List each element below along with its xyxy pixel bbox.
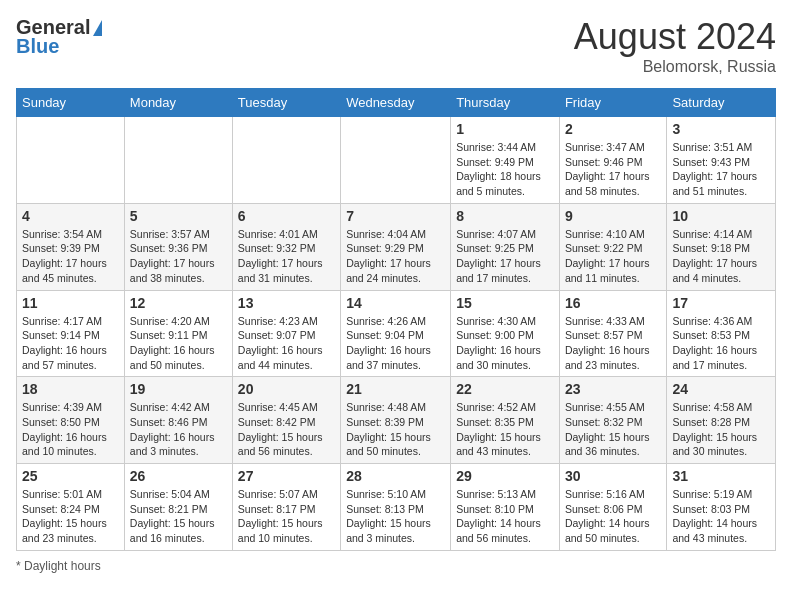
calendar-day-cell [124, 117, 232, 204]
day-number: 3 [672, 121, 770, 137]
day-info: Sunrise: 4:20 AMSunset: 9:11 PMDaylight:… [130, 315, 215, 371]
day-info: Sunrise: 4:10 AMSunset: 9:22 PMDaylight:… [565, 228, 650, 284]
calendar-day-cell: 4 Sunrise: 3:54 AMSunset: 9:39 PMDayligh… [17, 203, 125, 290]
day-number: 5 [130, 208, 227, 224]
calendar-day-header: Wednesday [341, 89, 451, 117]
day-info: Sunrise: 4:45 AMSunset: 8:42 PMDaylight:… [238, 401, 323, 457]
day-info: Sunrise: 5:10 AMSunset: 8:13 PMDaylight:… [346, 488, 431, 544]
calendar-day-cell: 1 Sunrise: 3:44 AMSunset: 9:49 PMDayligh… [451, 117, 560, 204]
day-number: 16 [565, 295, 662, 311]
day-number: 1 [456, 121, 554, 137]
day-number: 19 [130, 381, 227, 397]
calendar-day-cell: 23 Sunrise: 4:55 AMSunset: 8:32 PMDaylig… [559, 377, 667, 464]
calendar-week-row: 18 Sunrise: 4:39 AMSunset: 8:50 PMDaylig… [17, 377, 776, 464]
calendar-day-header: Monday [124, 89, 232, 117]
day-number: 17 [672, 295, 770, 311]
day-info: Sunrise: 5:16 AMSunset: 8:06 PMDaylight:… [565, 488, 650, 544]
calendar-day-cell: 20 Sunrise: 4:45 AMSunset: 8:42 PMDaylig… [232, 377, 340, 464]
calendar-day-cell: 21 Sunrise: 4:48 AMSunset: 8:39 PMDaylig… [341, 377, 451, 464]
day-number: 11 [22, 295, 119, 311]
day-info: Sunrise: 3:57 AMSunset: 9:36 PMDaylight:… [130, 228, 215, 284]
calendar-day-cell: 25 Sunrise: 5:01 AMSunset: 8:24 PMDaylig… [17, 464, 125, 551]
month-title: August 2024 [574, 16, 776, 58]
calendar-week-row: 11 Sunrise: 4:17 AMSunset: 9:14 PMDaylig… [17, 290, 776, 377]
day-number: 26 [130, 468, 227, 484]
calendar-day-cell: 18 Sunrise: 4:39 AMSunset: 8:50 PMDaylig… [17, 377, 125, 464]
day-info: Sunrise: 4:39 AMSunset: 8:50 PMDaylight:… [22, 401, 107, 457]
calendar-day-cell [17, 117, 125, 204]
day-number: 18 [22, 381, 119, 397]
day-number: 21 [346, 381, 445, 397]
day-number: 7 [346, 208, 445, 224]
day-info: Sunrise: 3:44 AMSunset: 9:49 PMDaylight:… [456, 141, 541, 197]
calendar-day-cell [232, 117, 340, 204]
calendar-day-cell: 7 Sunrise: 4:04 AMSunset: 9:29 PMDayligh… [341, 203, 451, 290]
page-header: General Blue August 2024 Belomorsk, Russ… [16, 16, 776, 76]
day-info: Sunrise: 5:04 AMSunset: 8:21 PMDaylight:… [130, 488, 215, 544]
calendar-day-header: Tuesday [232, 89, 340, 117]
calendar-day-cell: 27 Sunrise: 5:07 AMSunset: 8:17 PMDaylig… [232, 464, 340, 551]
day-number: 10 [672, 208, 770, 224]
calendar-day-cell [341, 117, 451, 204]
day-number: 14 [346, 295, 445, 311]
calendar-day-cell: 22 Sunrise: 4:52 AMSunset: 8:35 PMDaylig… [451, 377, 560, 464]
calendar-day-cell: 10 Sunrise: 4:14 AMSunset: 9:18 PMDaylig… [667, 203, 776, 290]
logo-triangle-icon [93, 20, 102, 36]
calendar-day-cell: 9 Sunrise: 4:10 AMSunset: 9:22 PMDayligh… [559, 203, 667, 290]
calendar-day-cell: 17 Sunrise: 4:36 AMSunset: 8:53 PMDaylig… [667, 290, 776, 377]
calendar-day-header: Sunday [17, 89, 125, 117]
calendar-day-cell: 31 Sunrise: 5:19 AMSunset: 8:03 PMDaylig… [667, 464, 776, 551]
footer-note: * Daylight hours [16, 559, 776, 573]
day-info: Sunrise: 4:42 AMSunset: 8:46 PMDaylight:… [130, 401, 215, 457]
day-number: 13 [238, 295, 335, 311]
day-number: 2 [565, 121, 662, 137]
day-info: Sunrise: 5:19 AMSunset: 8:03 PMDaylight:… [672, 488, 757, 544]
calendar-day-cell: 15 Sunrise: 4:30 AMSunset: 9:00 PMDaylig… [451, 290, 560, 377]
day-info: Sunrise: 4:26 AMSunset: 9:04 PMDaylight:… [346, 315, 431, 371]
calendar-day-header: Saturday [667, 89, 776, 117]
calendar-day-header: Thursday [451, 89, 560, 117]
calendar-week-row: 1 Sunrise: 3:44 AMSunset: 9:49 PMDayligh… [17, 117, 776, 204]
calendar-week-row: 25 Sunrise: 5:01 AMSunset: 8:24 PMDaylig… [17, 464, 776, 551]
calendar-day-cell: 28 Sunrise: 5:10 AMSunset: 8:13 PMDaylig… [341, 464, 451, 551]
day-info: Sunrise: 5:07 AMSunset: 8:17 PMDaylight:… [238, 488, 323, 544]
day-info: Sunrise: 4:17 AMSunset: 9:14 PMDaylight:… [22, 315, 107, 371]
day-number: 27 [238, 468, 335, 484]
calendar-day-cell: 12 Sunrise: 4:20 AMSunset: 9:11 PMDaylig… [124, 290, 232, 377]
logo-blue: Blue [16, 35, 59, 58]
day-info: Sunrise: 4:48 AMSunset: 8:39 PMDaylight:… [346, 401, 431, 457]
calendar-day-cell: 13 Sunrise: 4:23 AMSunset: 9:07 PMDaylig… [232, 290, 340, 377]
day-number: 6 [238, 208, 335, 224]
day-number: 24 [672, 381, 770, 397]
day-number: 30 [565, 468, 662, 484]
day-number: 8 [456, 208, 554, 224]
calendar-day-cell: 14 Sunrise: 4:26 AMSunset: 9:04 PMDaylig… [341, 290, 451, 377]
day-info: Sunrise: 3:54 AMSunset: 9:39 PMDaylight:… [22, 228, 107, 284]
day-info: Sunrise: 5:13 AMSunset: 8:10 PMDaylight:… [456, 488, 541, 544]
day-info: Sunrise: 4:52 AMSunset: 8:35 PMDaylight:… [456, 401, 541, 457]
day-number: 4 [22, 208, 119, 224]
day-info: Sunrise: 4:04 AMSunset: 9:29 PMDaylight:… [346, 228, 431, 284]
calendar-day-cell: 16 Sunrise: 4:33 AMSunset: 8:57 PMDaylig… [559, 290, 667, 377]
day-number: 28 [346, 468, 445, 484]
calendar-day-cell: 8 Sunrise: 4:07 AMSunset: 9:25 PMDayligh… [451, 203, 560, 290]
day-info: Sunrise: 4:55 AMSunset: 8:32 PMDaylight:… [565, 401, 650, 457]
day-info: Sunrise: 3:47 AMSunset: 9:46 PMDaylight:… [565, 141, 650, 197]
calendar-day-cell: 30 Sunrise: 5:16 AMSunset: 8:06 PMDaylig… [559, 464, 667, 551]
day-info: Sunrise: 4:30 AMSunset: 9:00 PMDaylight:… [456, 315, 541, 371]
calendar-table: SundayMondayTuesdayWednesdayThursdayFrid… [16, 88, 776, 551]
calendar-day-cell: 19 Sunrise: 4:42 AMSunset: 8:46 PMDaylig… [124, 377, 232, 464]
calendar-day-cell: 11 Sunrise: 4:17 AMSunset: 9:14 PMDaylig… [17, 290, 125, 377]
daylight-label: Daylight hours [24, 559, 101, 573]
logo: General Blue [16, 16, 102, 58]
day-number: 31 [672, 468, 770, 484]
day-info: Sunrise: 4:07 AMSunset: 9:25 PMDaylight:… [456, 228, 541, 284]
day-number: 9 [565, 208, 662, 224]
calendar-day-cell: 5 Sunrise: 3:57 AMSunset: 9:36 PMDayligh… [124, 203, 232, 290]
day-info: Sunrise: 5:01 AMSunset: 8:24 PMDaylight:… [22, 488, 107, 544]
day-number: 23 [565, 381, 662, 397]
day-info: Sunrise: 4:14 AMSunset: 9:18 PMDaylight:… [672, 228, 757, 284]
location-title: Belomorsk, Russia [574, 58, 776, 76]
day-number: 25 [22, 468, 119, 484]
calendar-header-row: SundayMondayTuesdayWednesdayThursdayFrid… [17, 89, 776, 117]
